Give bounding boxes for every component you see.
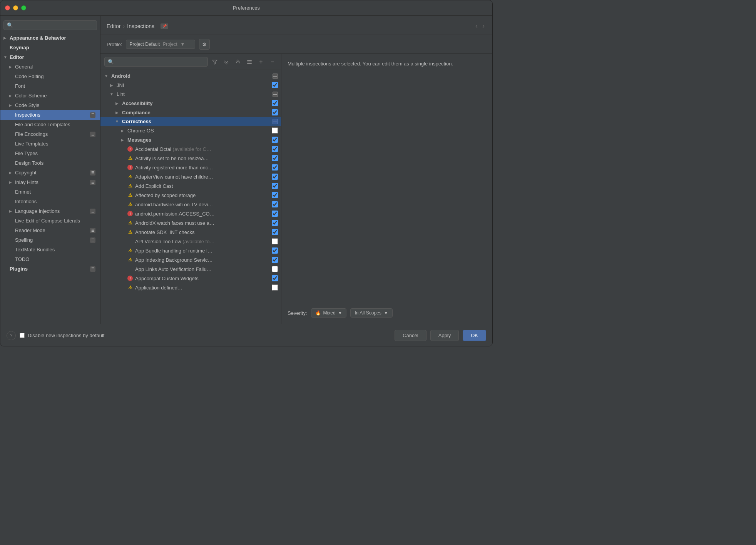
sidebar-item-textmate[interactable]: ▶ TextMate Bundles xyxy=(0,245,100,254)
tree-item-accidental-octal[interactable]: ▶ ! Accidental Octal (available for C… xyxy=(100,144,281,154)
pin-icon[interactable]: 📌 xyxy=(161,23,168,29)
window: Preferences 🔍 ▶ Appearance & Behavior ▶ … xyxy=(0,0,492,346)
sidebar-search-wrap[interactable]: 🔍 xyxy=(3,20,97,30)
tree-search-input[interactable] xyxy=(115,59,204,65)
sidebar-item-file-types[interactable]: ▶ File Types xyxy=(0,149,100,158)
profile-dropdown[interactable]: Project Default Project ▼ xyxy=(126,40,195,49)
tree-item-activity-registered[interactable]: ▶ ! Activity registered more than onc… xyxy=(100,163,281,172)
help-button[interactable]: ? xyxy=(7,331,16,340)
checkbox-scoped-storage[interactable] xyxy=(272,192,278,198)
sidebar-item-general[interactable]: ▶ General xyxy=(0,62,100,72)
tree-item-hardware-wifi[interactable]: ▶ android.hardware.wifi on TV devi… xyxy=(100,200,281,209)
sidebar-item-live-edit[interactable]: ▶ Live Edit of Compose Literals xyxy=(0,216,100,226)
sidebar-item-appearance[interactable]: ▶ Appearance & Behavior xyxy=(0,33,100,43)
tree-item-messages[interactable]: ▶ Messages xyxy=(100,135,281,144)
checkbox-sdk-int[interactable] xyxy=(272,229,278,235)
tree-item-sdk-int[interactable]: ▶ Annotate SDK_INT checks xyxy=(100,227,281,237)
checkbox-androidx-watch[interactable] xyxy=(272,220,278,226)
checkbox-activity-registered[interactable] xyxy=(272,164,278,171)
tree-item-scoped-storage[interactable]: ▶ Affected by scoped storage xyxy=(100,191,281,200)
checkbox-compliance[interactable] xyxy=(272,109,278,115)
maximize-button[interactable] xyxy=(21,5,26,10)
nav-forward-button[interactable]: › xyxy=(481,21,486,31)
tree-item-chrome-os[interactable]: ▶ Chrome OS xyxy=(100,126,281,135)
gear-button[interactable]: ⚙ xyxy=(199,39,210,50)
tree-item-app-indexing[interactable]: ▶ App Indexing Background Servic… xyxy=(100,255,281,264)
sidebar-search-input[interactable] xyxy=(15,23,94,28)
sidebar-item-code-style[interactable]: ▶ Code Style xyxy=(0,100,100,110)
apply-button[interactable]: Apply xyxy=(430,330,459,341)
sidebar-item-todo[interactable]: ▶ TODO xyxy=(0,254,100,264)
remove-button[interactable]: − xyxy=(268,57,277,67)
sidebar-item-inspections[interactable]: ▶ Inspections ☰ xyxy=(0,110,100,120)
tree-item-android[interactable]: ▼ Android — xyxy=(100,72,281,80)
tree-item-androidx-watch[interactable]: ▶ AndroidX watch faces must use a… xyxy=(100,218,281,227)
checkbox-chrome-os[interactable] xyxy=(272,127,278,134)
sidebar-item-inlay-hints[interactable]: ▶ Inlay Hints ☰ xyxy=(0,177,100,187)
tree-item-compliance[interactable]: ▶ Compliance xyxy=(100,108,281,117)
checkbox-accessibility[interactable] xyxy=(272,100,278,106)
checkbox-jni[interactable] xyxy=(272,82,278,88)
tree-item-application-defined[interactable]: ▶ Application defined… xyxy=(100,283,281,292)
expand-all-button[interactable] xyxy=(222,57,231,67)
sidebar-item-code-editing[interactable]: ▶ Code Editing xyxy=(0,72,100,81)
group-button[interactable] xyxy=(245,57,254,67)
tree-item-app-links[interactable]: ▶ App Links Auto Verification Failu… xyxy=(100,264,281,274)
checkbox-app-indexing[interactable] xyxy=(272,257,278,263)
sidebar-item-copyright[interactable]: ▶ Copyright ☰ xyxy=(0,168,100,177)
sidebar-item-editor[interactable]: ▼ Editor xyxy=(0,52,100,62)
checkbox-adapterview[interactable] xyxy=(272,174,278,180)
sidebar-item-emmet[interactable]: ▶ Emmet xyxy=(0,187,100,197)
sidebar-item-design-tools[interactable]: ▶ Design Tools xyxy=(0,158,100,168)
checkbox-explicit-cast[interactable] xyxy=(272,183,278,189)
checkbox-messages[interactable] xyxy=(272,137,278,143)
minimize-button[interactable] xyxy=(13,5,18,10)
check-minus-android[interactable]: — xyxy=(273,74,278,79)
tree-item-api-version[interactable]: ▶ API Version Too Low (available fo… xyxy=(100,237,281,246)
tree-item-explicit-cast[interactable]: ▶ Add Explicit Cast xyxy=(100,181,281,191)
checkbox-api-version[interactable] xyxy=(272,238,278,244)
tree-item-lint[interactable]: ▼ Lint — xyxy=(100,90,281,99)
tree-item-app-bundle[interactable]: ▶ App Bundle handling of runtime l… xyxy=(100,246,281,255)
tree-search-wrap[interactable]: 🔍 xyxy=(104,57,208,67)
nav-back-button[interactable]: ‹ xyxy=(474,21,479,31)
checkbox-permission-access[interactable] xyxy=(272,211,278,217)
collapse-all-button[interactable] xyxy=(233,57,243,67)
sidebar-item-color-scheme[interactable]: ▶ Color Scheme xyxy=(0,91,100,100)
tree-item-jni[interactable]: ▶ JNI xyxy=(100,80,281,90)
checkbox-app-bundle[interactable] xyxy=(272,247,278,254)
tree-label: JNI xyxy=(117,82,269,88)
cancel-button[interactable]: Cancel xyxy=(395,330,426,341)
tree-item-appcompat-custom[interactable]: ▶ ! Appcompat Custom Widgets xyxy=(100,274,281,283)
checkbox-application-defined[interactable] xyxy=(272,284,278,291)
check-minus-correctness[interactable]: — xyxy=(273,119,278,124)
sidebar-item-spelling[interactable]: ▶ Spelling ☰ xyxy=(0,235,100,245)
sidebar-item-intentions[interactable]: ▶ Intentions xyxy=(0,197,100,206)
filter-button[interactable] xyxy=(210,57,219,67)
ok-button[interactable]: OK xyxy=(463,330,486,341)
check-minus-lint[interactable]: — xyxy=(273,92,278,97)
checkbox-accidental-octal[interactable] xyxy=(272,146,278,152)
tree-item-adapterview[interactable]: ▶ AdapterView cannot have childre… xyxy=(100,172,281,181)
severity-dropdown[interactable]: 🔥 Mixed ▼ xyxy=(311,308,347,318)
checkbox-activity-resizable[interactable] xyxy=(272,155,278,161)
tree-item-correctness[interactable]: ▼ Correctness — xyxy=(100,117,281,126)
sidebar-item-language-injections[interactable]: ▶ Language Injections ☰ xyxy=(0,206,100,216)
sidebar-item-file-templates[interactable]: ▶ File and Code Templates xyxy=(0,120,100,129)
disable-new-inspections-checkbox[interactable] xyxy=(20,333,25,338)
sidebar-item-live-templates[interactable]: ▶ Live Templates xyxy=(0,139,100,149)
sidebar-item-plugins[interactable]: ▶ Plugins ☰ xyxy=(0,264,100,274)
checkbox-appcompat-custom[interactable] xyxy=(272,275,278,281)
tree-item-activity-resizable[interactable]: ▶ Activity is set to be non resizea… xyxy=(100,154,281,163)
tree-item-accessibility[interactable]: ▶ Accessibility xyxy=(100,99,281,108)
sidebar-item-file-encodings[interactable]: ▶ File Encodings ☰ xyxy=(0,129,100,139)
checkbox-app-links[interactable] xyxy=(272,266,278,272)
sidebar-item-font[interactable]: ▶ Font xyxy=(0,81,100,91)
sidebar-item-keymap[interactable]: ▶ Keymap xyxy=(0,43,100,52)
checkbox-hardware-wifi[interactable] xyxy=(272,201,278,207)
add-button[interactable]: + xyxy=(256,57,266,67)
sidebar-item-reader-mode[interactable]: ▶ Reader Mode ☰ xyxy=(0,226,100,235)
scope-dropdown[interactable]: In All Scopes ▼ xyxy=(350,308,392,318)
tree-item-permission-access[interactable]: ▶ ! android.permission.ACCESS_CO… xyxy=(100,209,281,218)
close-button[interactable] xyxy=(5,5,10,10)
